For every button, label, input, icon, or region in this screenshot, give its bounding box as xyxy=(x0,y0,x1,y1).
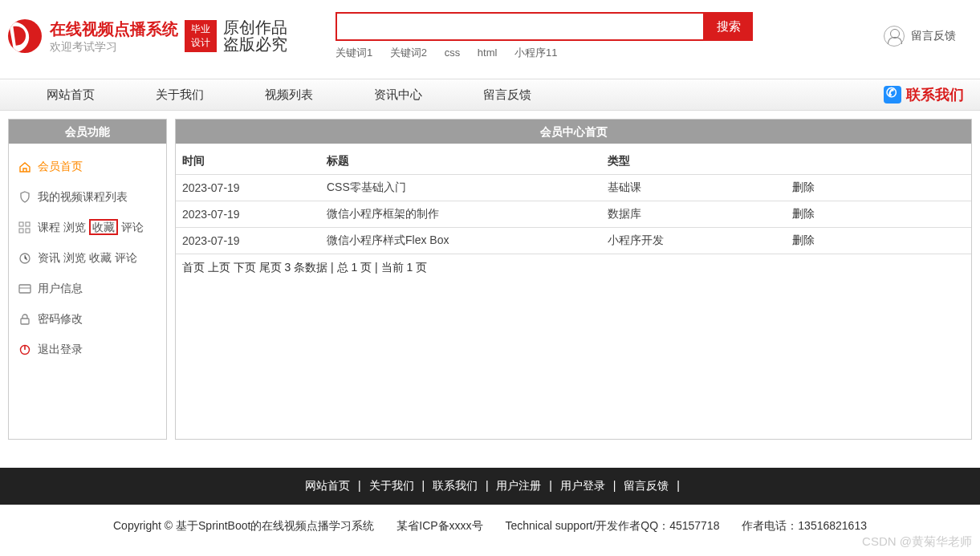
delete-link[interactable]: 删除 xyxy=(792,181,815,193)
cell-title: CSS零基础入门 xyxy=(320,175,601,201)
footer-link[interactable]: 用户注册 xyxy=(496,479,541,492)
cell-type: 小程序开发 xyxy=(601,228,786,254)
search-input[interactable] xyxy=(335,12,705,41)
sidebar-item-password[interactable]: 密码修改 xyxy=(15,304,160,335)
cell-time: 2023-07-19 xyxy=(176,201,320,228)
svg-rect-3 xyxy=(26,229,30,233)
nav-video[interactable]: 视频列表 xyxy=(234,79,344,111)
keyword-link[interactable]: css xyxy=(445,47,461,59)
keyword-link[interactable]: 关键词2 xyxy=(390,47,427,59)
sidebar: 会员功能 会员首页 我的视频课程列表 课程 浏览 收藏 评论 资讯 浏览 收藏 … xyxy=(8,119,167,440)
sidebar-item-label: 会员首页 xyxy=(38,160,83,174)
table-header-row: 时间 标题 类型 xyxy=(176,148,971,175)
keyword-list: 关键词1 关键词2 css html 小程序11 xyxy=(335,46,753,60)
lock-icon xyxy=(18,313,31,326)
content-panel: 会员中心首页 时间 标题 类型 2023-07-19CSS零基础入门基础课删除2… xyxy=(175,119,972,440)
header: 在线视频点播系统 欢迎考试学习 毕业 设计 原创作品 盗版必究 搜索 关键词1 … xyxy=(0,0,980,64)
power-icon xyxy=(18,343,31,356)
svg-rect-5 xyxy=(19,285,30,293)
svg-rect-0 xyxy=(19,222,23,226)
svg-rect-1 xyxy=(26,222,30,226)
footer-link[interactable]: 联系我们 xyxy=(433,479,478,492)
highlight-box: 收藏 xyxy=(89,219,118,235)
logo-icon xyxy=(8,19,42,53)
site-subtitle: 欢迎考试学习 xyxy=(50,40,178,55)
logo-text: 在线视频点播系统 欢迎考试学习 xyxy=(50,18,178,55)
navbar: 网站首页 关于我们 视频列表 资讯中心 留言反馈 联系我们 xyxy=(0,79,980,111)
svg-rect-2 xyxy=(19,229,23,233)
cell-title: 微信小程序框架的制作 xyxy=(320,201,601,228)
slogan-line1: 原创作品 xyxy=(223,19,287,36)
badge-line2: 设计 xyxy=(191,36,210,50)
shield-icon xyxy=(18,191,31,204)
badge: 毕业 设计 xyxy=(185,20,217,52)
sidebar-item-label: 用户信息 xyxy=(38,282,83,296)
sidebar-item-label: 退出登录 xyxy=(38,343,83,357)
cell-title: 微信小程序样式Flex Box xyxy=(320,228,601,254)
site-title: 在线视频点播系统 xyxy=(50,18,178,40)
table-row: 2023-07-19微信小程序样式Flex Box小程序开发删除 xyxy=(176,228,971,254)
logo-area: 在线视频点播系统 欢迎考试学习 毕业 设计 原创作品 盗版必究 xyxy=(8,18,287,55)
keyword-link[interactable]: 小程序11 xyxy=(514,47,557,59)
data-table: 时间 标题 类型 2023-07-19CSS零基础入门基础课删除2023-07-… xyxy=(176,148,971,254)
nav-about[interactable]: 关于我们 xyxy=(125,79,234,111)
pagination[interactable]: 首页 上页 下页 尾页 3 条数据 | 总 1 页 | 当前 1 页 xyxy=(176,254,971,282)
sidebar-item-label: 我的视频课程列表 xyxy=(38,190,128,205)
tech-support: Technical support/开发作者QQ：45157718 xyxy=(506,519,720,532)
footer-link[interactable]: 网站首页 xyxy=(305,479,350,492)
footer-link[interactable]: 用户登录 xyxy=(560,479,605,492)
sidebar-item-label: 课程 浏览 收藏 评论 xyxy=(38,221,144,235)
sidebar-item-home[interactable]: 会员首页 xyxy=(15,152,160,182)
keyword-link[interactable]: html xyxy=(478,47,498,59)
author-phone: 作者电话：13516821613 xyxy=(742,519,867,532)
sidebar-item-videos[interactable]: 我的视频课程列表 xyxy=(15,182,160,213)
watermark: CSDN @黄菊华老师 xyxy=(862,534,972,548)
footer-link[interactable]: 关于我们 xyxy=(369,479,414,492)
delete-link[interactable]: 删除 xyxy=(792,233,815,246)
phone-icon xyxy=(884,86,901,103)
footer-info: Copyright © 基于SprintBoot的在线视频点播学习系统 某省IC… xyxy=(0,505,980,548)
content-title: 会员中心首页 xyxy=(176,120,971,144)
col-type: 类型 xyxy=(601,148,786,175)
sidebar-title: 会员功能 xyxy=(9,120,166,144)
sidebar-list: 会员首页 我的视频课程列表 课程 浏览 收藏 评论 资讯 浏览 收藏 评论 用户… xyxy=(9,144,166,373)
cell-type: 基础课 xyxy=(601,175,786,201)
svg-rect-7 xyxy=(21,319,29,324)
search-area: 搜索 关键词1 关键词2 css html 小程序11 xyxy=(335,12,753,60)
sidebar-item-label: 密码修改 xyxy=(38,312,83,327)
footer-link[interactable]: 留言反馈 xyxy=(624,479,669,492)
card-icon xyxy=(18,282,31,295)
copyright: Copyright © 基于SprintBoot的在线视频点播学习系统 xyxy=(113,519,374,532)
feedback-link[interactable]: 留言反馈 xyxy=(884,26,972,47)
sidebar-item-label: 资讯 浏览 收藏 评论 xyxy=(38,251,137,266)
cell-time: 2023-07-19 xyxy=(176,175,320,201)
cell-time: 2023-07-19 xyxy=(176,228,320,254)
nav-home[interactable]: 网站首页 xyxy=(16,79,125,111)
person-icon xyxy=(884,26,905,47)
badge-line1: 毕业 xyxy=(191,22,210,36)
nav-news[interactable]: 资讯中心 xyxy=(344,79,453,111)
slogan-line2: 盗版必究 xyxy=(223,36,287,53)
search-button[interactable]: 搜索 xyxy=(705,12,753,41)
sidebar-item-logout[interactable]: 退出登录 xyxy=(15,335,160,365)
clock-icon xyxy=(18,252,31,265)
col-action xyxy=(786,148,971,175)
keyword-link[interactable]: 关键词1 xyxy=(335,47,372,59)
sidebar-item-userinfo[interactable]: 用户信息 xyxy=(15,274,160,304)
sidebar-item-news[interactable]: 资讯 浏览 收藏 评论 xyxy=(15,243,160,274)
col-title: 标题 xyxy=(320,148,601,175)
search-box: 搜索 xyxy=(335,12,753,41)
table-row: 2023-07-19CSS零基础入门基础课删除 xyxy=(176,175,971,201)
slogan: 原创作品 盗版必究 xyxy=(223,19,287,53)
sidebar-item-course[interactable]: 课程 浏览 收藏 评论 xyxy=(15,213,160,243)
main: 会员功能 会员首页 我的视频课程列表 课程 浏览 收藏 评论 资讯 浏览 收藏 … xyxy=(0,111,980,448)
contact-us[interactable]: 联系我们 xyxy=(884,85,964,104)
feedback-label: 留言反馈 xyxy=(911,29,956,43)
icp: 某省ICP备xxxx号 xyxy=(396,519,482,532)
grid-icon xyxy=(18,221,31,234)
cell-type: 数据库 xyxy=(601,201,786,228)
delete-link[interactable]: 删除 xyxy=(792,207,815,220)
col-time: 时间 xyxy=(176,148,320,175)
nav-feedback[interactable]: 留言反馈 xyxy=(453,79,562,111)
footer-nav: 网站首页 | 关于我们 | 联系我们 | 用户注册 | 用户登录 | 留言反馈 … xyxy=(0,468,980,505)
